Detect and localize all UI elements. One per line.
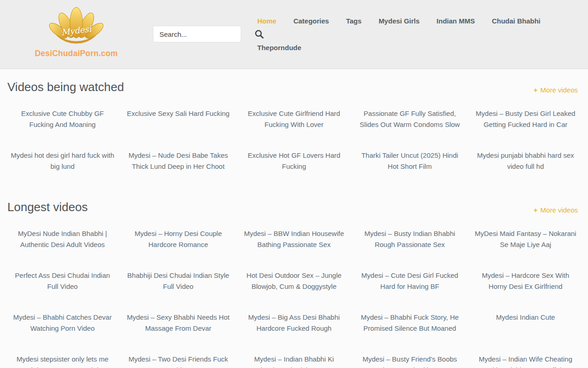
video-title-link[interactable]: Mydesi – Busty Indian Bhabhi Rough Passi… [356,228,464,250]
video-title-link[interactable]: Mydesi stepsister only lets me touch her… [9,354,116,368]
video-cell: Mydesi – Indian Wife Cheating with Neigh… [468,354,583,368]
video-cell: Exclusive Cute Chubby GF Fucking And Moa… [5,108,120,150]
section-head-watched: Videos being watched + More videos [0,69,588,95]
video-cell: Mydesi – Indian Bhabhi Ki Zabardast Chud… [236,354,352,368]
video-cell: Mydesi – Horny Desi Couple Hardcore Roma… [120,228,236,270]
section-head-longest: Longest videos + More videos [0,192,588,215]
video-cell: MyDesi Maid Fantasy – Nokarani Se Maje L… [468,228,583,270]
video-title-link[interactable]: Mydesi – Horny Desi Couple Hardcore Roma… [124,228,232,250]
video-cell: Mydesi – Sexy Bhabhi Needs Hot Massage F… [120,312,236,354]
site-name: DesiChudaiPorn.com [30,49,122,58]
more-videos-label: More videos [540,205,578,215]
nav-item[interactable]: Indian MMS [436,17,475,25]
video-title-link[interactable]: Mydesi – Cute Desi Girl Fucked Hard for … [356,270,464,292]
nav-item[interactable]: Home [257,17,277,25]
video-title-link[interactable]: Bhabhiji Desi Chudai Indian Style Full V… [124,270,232,292]
nav-item[interactable]: Categories [294,17,329,25]
video-title-link[interactable]: Mydesi – Hardcore Sex With Horny Desi Ex… [472,270,579,292]
video-cell: MyDesi Nude Indian Bhabhi | Authentic De… [5,228,120,270]
video-title-link[interactable]: Passionate GF Fully Satisfied, Slides Ou… [356,108,464,130]
main-content: Videos being watched + More videos Exclu… [0,69,588,368]
video-cell: Exclusive Cute Girlfriend Hard Fucking W… [236,108,352,150]
video-grid-longest: MyDesi Nude Indian Bhabhi | Authentic De… [0,228,588,368]
video-title-link[interactable]: Tharki Tailer Uncut (2025) Hindi Hot Sho… [356,150,464,172]
video-title-link[interactable]: Mydesi hot desi girl hard fuck with big … [9,150,116,172]
video-cell: Mydesi – Two Desi Friends Fuck Horny Mai… [120,354,236,368]
video-cell: Mydesi hot desi girl hard fuck with big … [5,150,120,192]
video-title-link[interactable]: MyDesi Maid Fantasy – Nokarani Se Maje L… [472,228,579,250]
video-cell: Mydesi punjabi bhabhi hard sex video ful… [468,150,583,192]
lotus-flower-icon [49,6,103,48]
video-title-link[interactable]: Mydesi – Sexy Bhabhi Needs Hot Massage F… [124,312,232,334]
search-input[interactable] [153,26,254,42]
video-title-link[interactable]: Mydesi – Nude Desi Babe Takes Thick Lund… [124,150,232,172]
video-cell: Exclusive Sexy Sali Hard Fucking [120,108,236,150]
search-box [153,26,241,42]
video-cell: Exclusive Hot GF Lovers Hard Fucking [236,150,352,192]
video-title-link[interactable]: Mydesi – Busty Desi Girl Leaked Getting … [472,108,579,130]
video-title-link[interactable]: Mydesi – Busty Friend’s Boobs and Bra To… [356,354,464,368]
more-videos-link[interactable]: + More videos [534,85,578,95]
video-title-link[interactable]: Mydesi punjabi bhabhi hard sex video ful… [472,150,579,172]
nav-item[interactable]: Tags [346,17,362,25]
video-title-link[interactable]: Exclusive Hot GF Lovers Hard Fucking [240,150,348,172]
video-cell: Bhabhiji Desi Chudai Indian Style Full V… [120,270,236,312]
video-title-link[interactable]: Mydesi – Two Desi Friends Fuck Horny Mai… [124,354,232,368]
video-cell: Mydesi stepsister only lets me touch her… [5,354,120,368]
video-cell: Mydesi – Busty Friend’s Boobs and Bra To… [352,354,468,368]
nav-item[interactable]: Mydesi Girls [379,17,419,25]
plus-icon: + [534,85,538,95]
video-title-link[interactable]: Perfect Ass Desi Chudai Indian Full Vide… [9,270,116,292]
section-title: Videos being watched [7,79,124,95]
video-cell: Mydesi – BBW Indian Housewife Bathing Pa… [236,228,352,270]
video-cell: Perfect Ass Desi Chudai Indian Full Vide… [5,270,120,312]
video-cell: Mydesi – Nude Desi Babe Takes Thick Lund… [120,150,236,192]
video-cell: Mydesi – Busty Desi Girl Leaked Getting … [468,108,583,150]
video-cell: Mydesi – Bhabhi Fuck Story, He Promised … [352,312,468,354]
video-cell: Mydesi Indian Cute [468,312,583,354]
video-cell: Mydesi – Hardcore Sex With Horny Desi Ex… [468,270,583,312]
video-title-link[interactable]: Exclusive Cute Chubby GF Fucking And Moa… [9,108,116,130]
nav-item[interactable]: Chudai Bhabhi [492,17,541,25]
video-title-link[interactable]: Mydesi Indian Cute [496,312,555,323]
video-title-link[interactable]: MyDesi Nude Indian Bhabhi | Authentic De… [9,228,116,250]
video-title-link[interactable]: Mydesi – Big Ass Desi Bhabhi Hardcore Fu… [240,312,348,334]
video-cell: Hot Desi Outdoor Sex – Jungle Blowjob, C… [236,270,352,312]
site-header: Mydesi DesiChudaiPorn.com Home Categorie… [0,0,588,69]
section-title: Longest videos [7,199,88,215]
more-videos-label: More videos [540,85,578,95]
video-title-link[interactable]: Hot Desi Outdoor Sex – Jungle Blowjob, C… [240,270,348,292]
video-cell: Mydesi – Big Ass Desi Bhabhi Hardcore Fu… [236,312,352,354]
video-title-link[interactable]: Exclusive Cute Girlfriend Hard Fucking W… [240,108,348,130]
video-cell: Mydesi – Busty Indian Bhabhi Rough Passi… [352,228,468,270]
video-cell: Tharki Tailer Uncut (2025) Hindi Hot Sho… [352,150,468,192]
video-grid-watched: Exclusive Cute Chubby GF Fucking And Moa… [0,108,588,192]
video-title-link[interactable]: Mydesi – Indian Bhabhi Ki Zabardast Chud… [240,354,348,368]
video-title-link[interactable]: Mydesi – Bhabhi Fuck Story, He Promised … [356,312,464,334]
video-cell: Mydesi – Bhabhi Catches Devar Watching P… [5,312,120,354]
site-logo[interactable]: Mydesi DesiChudaiPorn.com [30,6,122,58]
video-title-link[interactable]: Mydesi – BBW Indian Housewife Bathing Pa… [240,228,348,250]
video-title-link[interactable]: Mydesi – Bhabhi Catches Devar Watching P… [9,312,116,334]
more-videos-link[interactable]: + More videos [534,205,578,215]
video-title-link[interactable]: Mydesi – Indian Wife Cheating with Neigh… [472,354,579,368]
video-title-link[interactable]: Exclusive Sexy Sali Hard Fucking [127,108,229,119]
video-cell: Mydesi – Cute Desi Girl Fucked Hard for … [352,270,468,312]
video-cell: Passionate GF Fully Satisfied, Slides Ou… [352,108,468,150]
plus-icon: + [534,205,538,215]
main-nav: Home Categories Tags Mydesi Girls Indian… [257,17,551,52]
nav-item[interactable]: Theporndude [257,44,301,52]
